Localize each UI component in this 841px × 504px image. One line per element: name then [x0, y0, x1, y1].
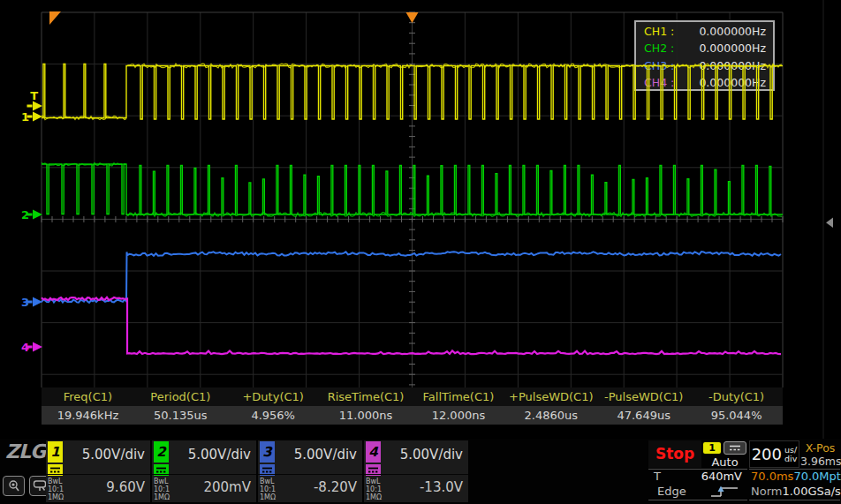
- channel-4-vertical-offset[interactable]: -13.0V: [420, 479, 463, 495]
- measurement-label-6[interactable]: +PulseWD(C1): [504, 387, 597, 406]
- ch4-position-marker[interactable]: [27, 342, 43, 352]
- measurement-value-2: 50.135us: [134, 406, 227, 425]
- measurement-value-3: 4.956%: [227, 406, 320, 425]
- channel-cell-1[interactable]: 1BwL10:11MΩ5.00V/div9.60V: [46, 440, 150, 502]
- menu-collapse-arrow[interactable]: [826, 218, 833, 229]
- record-time: 70.0ms: [751, 470, 793, 483]
- trigger-level-marker[interactable]: [27, 102, 43, 111]
- trigger-level-marker-label: T: [30, 89, 38, 102]
- measurement-value-6: 2.4860us: [504, 406, 597, 425]
- channel-1-dc-coupling-icon: [48, 464, 63, 476]
- trigger-level-row[interactable]: T 640mV: [648, 469, 747, 483]
- trigger-type-label: Edge: [657, 484, 686, 500]
- channel-cell-3[interactable]: 3BwL10:11MΩ5.00V/div-8.20V: [258, 440, 362, 502]
- freq-counter-label-ch1: CH1 :: [644, 25, 674, 38]
- trigger-source-area[interactable]: 1 Auto: [702, 440, 747, 468]
- channel-1-vertical-scale[interactable]: 5.00V/div: [82, 447, 145, 463]
- x-position[interactable]: X-Pos 3.96ms: [800, 440, 840, 468]
- timebase-scale-value: 200: [752, 445, 782, 463]
- record-info-row: 70.0ms 70.0Mpts: [749, 469, 840, 483]
- trigger-type-row[interactable]: Edge: [648, 484, 747, 500]
- trigger-level-value: 640mV: [701, 470, 742, 483]
- ch1-position-marker[interactable]: [27, 112, 43, 122]
- channel-1-badge[interactable]: 1: [48, 441, 63, 463]
- channel-4-badge[interactable]: 4: [366, 441, 381, 463]
- bottom-status-bar: ZLG® 1BwL10:11MΩ5.00V/div9.60V2BwL10:11M…: [0, 439, 841, 504]
- trigger-mode[interactable]: Auto: [702, 455, 747, 469]
- touch-gesture-button[interactable]: [3, 476, 25, 496]
- channel-3-badge[interactable]: 3: [260, 441, 275, 463]
- trigger-position-left-indicator[interactable]: [49, 11, 61, 25]
- channel-2-probe-info: BwL10:11MΩ: [154, 478, 170, 501]
- measurement-label-3[interactable]: +Duty(C1): [227, 387, 320, 406]
- measurement-value-1: 19.946kHz: [42, 406, 134, 425]
- channel-3-vertical-scale[interactable]: 5.00V/div: [294, 447, 357, 463]
- channel-cell-2[interactable]: 2BwL10:11MΩ5.00V/div200mV: [152, 440, 256, 502]
- timebase-scale[interactable]: 200 us/ div: [749, 440, 799, 468]
- measurement-value-8: 95.044%: [690, 406, 783, 425]
- trigger-level-label: T: [654, 470, 661, 483]
- channel-1-probe-info: BwL10:11MΩ: [48, 478, 64, 501]
- waveform-ch4: [42, 297, 781, 354]
- channel-2-badge[interactable]: 2: [154, 441, 169, 463]
- channel-3-vertical-offset[interactable]: -8.20V: [314, 479, 357, 495]
- channel-3-probe-info: BwL10:11MΩ: [260, 478, 276, 501]
- dc-coupling-icon: [728, 443, 742, 453]
- x-position-label: X-Pos: [800, 441, 840, 455]
- measurement-label-5[interactable]: FallTime(C1): [413, 387, 505, 406]
- measurement-label-7[interactable]: -PulseWD(C1): [597, 387, 690, 406]
- channel-cell-4[interactable]: 4BwL10:11MΩ5.00V/div-13.0V: [364, 440, 468, 502]
- channel-3-dc-coupling-icon: [260, 464, 275, 476]
- waveform-ch3: [42, 252, 781, 303]
- measurement-value-5: 12.000ns: [413, 406, 505, 425]
- measurement-value-7: 47.649us: [597, 406, 690, 425]
- touch-buttons: [3, 476, 51, 496]
- channel-4-probe-info: BwL10:11MΩ: [366, 478, 382, 501]
- freq-counter-value-ch1: 0.000000Hz: [699, 25, 766, 38]
- touch-icon: [7, 479, 21, 493]
- measurement-labels-row: Freq(C1)Period(C1)+Duty(C1)RiseTime(C1)F…: [42, 387, 783, 406]
- trigger-coupling-badge: [724, 441, 746, 455]
- measurement-values-row: 19.946kHz50.135us4.956%11.000ns12.000ns2…: [42, 406, 783, 425]
- timebase-scale-unit: us/ div: [784, 446, 797, 463]
- brand-logo-text: ZLG: [5, 440, 45, 463]
- channel-4-vertical-scale[interactable]: 5.00V/div: [400, 447, 463, 463]
- ch2-position-marker[interactable]: [27, 210, 43, 220]
- measurement-label-8[interactable]: -Duty(C1): [690, 387, 783, 406]
- acquisition-status[interactable]: Stop: [648, 440, 701, 468]
- channel-2-vertical-scale[interactable]: 5.00V/div: [188, 447, 251, 463]
- oscilloscope-screen: CH1 :0.000000HzCH2 :0.000000HzCH3 :0.000…: [0, 0, 841, 504]
- waveform-display: CH1 :0.000000HzCH2 :0.000000HzCH3 :0.000…: [0, 0, 841, 439]
- trigger-status-box: Stop 1 Auto T 640mV Edge: [648, 440, 747, 502]
- timebase-box: 200 us/ div X-Pos 3.96ms 70.0ms 70.0Mpts…: [749, 440, 840, 502]
- sample-rate: 1.00GSa/s: [782, 484, 840, 500]
- freq-counter-label-ch2: CH2 :: [644, 41, 674, 55]
- timebase-unit-bottom: div: [784, 455, 797, 463]
- measurement-label-1[interactable]: Freq(C1): [42, 387, 134, 406]
- record-points: 70.0Mpts: [793, 470, 841, 483]
- acquisition-mode: Norm: [751, 484, 782, 500]
- acquisition-row: Norm 1.00GSa/s: [749, 484, 840, 500]
- rising-edge-icon: [708, 485, 740, 499]
- trigger-position-marker[interactable]: [406, 12, 419, 23]
- ch3-position-marker[interactable]: [27, 297, 43, 307]
- measurement-label-2[interactable]: Period(C1): [134, 387, 227, 406]
- channel-2-dc-coupling-icon: [154, 464, 169, 476]
- trigger-source-badge[interactable]: 1: [703, 442, 721, 454]
- channel-2-vertical-offset[interactable]: 200mV: [203, 479, 251, 495]
- freq-counter-value-ch2: 0.000000Hz: [699, 41, 766, 55]
- channel-4-dc-coupling-icon: [366, 464, 381, 476]
- x-position-value: 3.96ms: [800, 455, 840, 468]
- measurement-value-4: 11.000ns: [320, 406, 413, 425]
- channel-1-vertical-offset[interactable]: 9.60V: [106, 479, 145, 495]
- measurement-label-4[interactable]: RiseTime(C1): [320, 387, 413, 406]
